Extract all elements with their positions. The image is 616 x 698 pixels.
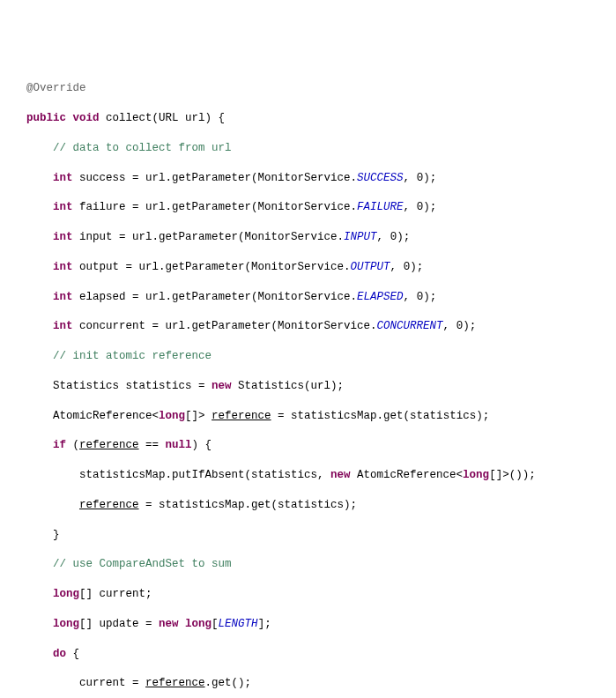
- code-line: if (reference == null) {: [26, 438, 609, 453]
- code-line: long[] current;: [26, 587, 609, 602]
- code-block: @Override public void collect(URL url) {…: [26, 67, 609, 699]
- code-line: statisticsMap.putIfAbsent(statistics, ne…: [26, 468, 609, 483]
- code-line: int concurrent = url.getParameter(Monito…: [26, 319, 609, 334]
- code-line: do {: [26, 647, 609, 662]
- code-line: int failure = url.getParameter(MonitorSe…: [26, 200, 609, 215]
- code-line: AtomicReference<long[]> reference = stat…: [26, 409, 609, 424]
- code-line: }: [26, 528, 609, 543]
- code-line: long[] update = new long[LENGTH];: [26, 617, 609, 632]
- code-line: reference = statisticsMap.get(statistics…: [26, 498, 609, 513]
- code-line: // data to collect from url: [26, 141, 609, 156]
- code-line: int input = url.getParameter(MonitorServ…: [26, 230, 609, 245]
- code-line: // init atomic reference: [26, 349, 609, 364]
- code-line: int output = url.getParameter(MonitorSer…: [26, 260, 609, 275]
- code-line: @Override: [26, 81, 609, 96]
- code-line: // use CompareAndSet to sum: [26, 557, 609, 572]
- code-line: current = reference.get();: [26, 676, 609, 691]
- code-line: public void collect(URL url) {: [26, 111, 609, 126]
- code-line: int elapsed = url.getParameter(MonitorSe…: [26, 290, 609, 305]
- code-line: Statistics statistics = new Statistics(u…: [26, 379, 609, 394]
- code-line: int success = url.getParameter(MonitorSe…: [26, 171, 609, 186]
